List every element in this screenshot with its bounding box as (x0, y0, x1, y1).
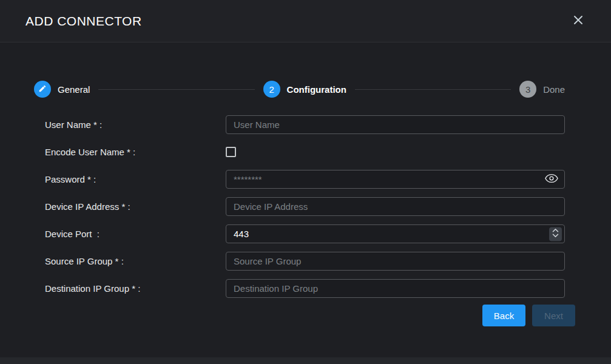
encode-user-name-label: Encode User Name * : (45, 147, 226, 157)
destination-ip-group-label: Destination IP Group * : (45, 283, 226, 294)
back-button[interactable]: Back (482, 305, 525, 326)
up-down-chevrons-icon (552, 228, 559, 240)
encode-user-name-checkbox[interactable] (226, 147, 236, 157)
step-done[interactable]: 3 Done (519, 81, 565, 98)
close-icon (572, 14, 584, 29)
action-buttons: Back Next (482, 305, 575, 326)
device-port-label: Device Port : (45, 229, 226, 239)
modal-header: ADD CONNECTOR (0, 0, 611, 42)
device-ip-input[interactable] (226, 197, 565, 216)
user-name-input[interactable] (226, 115, 565, 134)
source-ip-group-label: Source IP Group * : (45, 256, 226, 266)
stepper-connector (98, 89, 254, 90)
connector-form: User Name * : Encode User Name * : Passw… (45, 115, 611, 298)
step-general-label: General (58, 84, 90, 95)
destination-ip-group-input[interactable] (226, 279, 565, 298)
next-button[interactable]: Next (532, 305, 575, 326)
modal-title: ADD CONNECTOR (25, 14, 570, 29)
password-label: Password * : (45, 174, 226, 184)
port-stepper[interactable] (549, 227, 562, 241)
step-configuration-circle: 2 (263, 81, 280, 98)
user-name-label: User Name * : (45, 120, 226, 130)
step-configuration[interactable]: 2 Configuration (263, 81, 346, 98)
stepper-connector (355, 89, 511, 90)
modal-bottom-edge (0, 357, 611, 364)
device-ip-label: Device IP Address * : (45, 201, 226, 212)
close-button[interactable] (570, 13, 587, 30)
step-general-circle (34, 81, 51, 98)
device-port-input[interactable] (226, 224, 565, 243)
pencil-icon (38, 84, 47, 95)
wizard-stepper: General 2 Configuration 3 Done (34, 81, 565, 98)
toggle-password-visibility-button[interactable] (544, 174, 559, 186)
step-done-circle: 3 (519, 81, 536, 98)
eye-icon (545, 174, 558, 186)
step-general[interactable]: General (34, 81, 90, 98)
step-configuration-label: Configuration (287, 84, 346, 95)
password-input[interactable] (226, 170, 565, 189)
step-done-label: Done (543, 84, 565, 95)
source-ip-group-input[interactable] (226, 252, 565, 271)
